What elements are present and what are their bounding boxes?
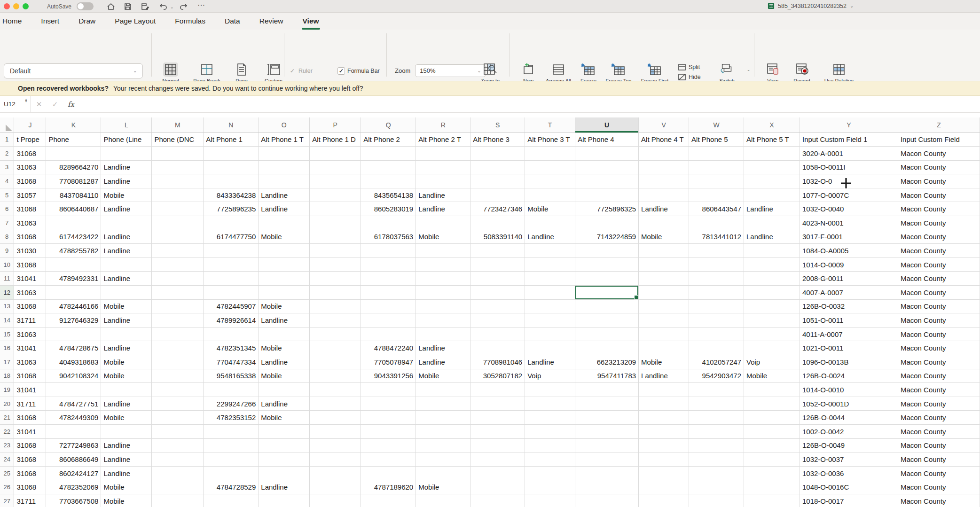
cell-V24[interactable] (639, 452, 689, 467)
cell-W7[interactable] (689, 216, 744, 230)
cell-R1[interactable]: Alt Phone 2 T (416, 133, 470, 147)
cell-K2[interactable] (46, 147, 101, 161)
cell-V22[interactable] (639, 424, 689, 438)
cell-O20[interactable]: Landline (259, 397, 310, 411)
cell-V5[interactable] (639, 188, 689, 202)
cell-Q1[interactable]: Alt Phone 2 (361, 133, 416, 147)
row-header-9[interactable]: 9 (0, 244, 14, 258)
cell-N24[interactable] (204, 452, 259, 467)
cell-W24[interactable] (689, 452, 744, 467)
cancel-icon[interactable]: ✕ (31, 100, 47, 109)
cell-N22[interactable] (204, 424, 259, 438)
cell-X3[interactable] (744, 160, 800, 174)
cell-N19[interactable] (204, 383, 259, 397)
cell-L26[interactable]: Mobile (101, 480, 152, 494)
column-header-S[interactable]: S (470, 117, 525, 133)
column-header-U[interactable]: U (575, 117, 639, 133)
cell-Z19[interactable]: Macon County (898, 383, 980, 397)
cell-O8[interactable]: Mobile (259, 230, 310, 244)
cell-S4[interactable] (470, 174, 525, 188)
document-title-badge[interactable]: 585_34381202410282352 ⌄ (768, 2, 854, 9)
cell-J11[interactable]: 31041 (14, 272, 46, 286)
cell-U21[interactable] (575, 411, 639, 425)
cell-W22[interactable] (689, 424, 744, 438)
cell-Z22[interactable]: Macon County (898, 424, 980, 438)
row-header-1[interactable]: 1 (0, 133, 14, 147)
row-header-6[interactable]: 6 (0, 202, 14, 216)
cell-X18[interactable]: Mobile (744, 369, 800, 383)
cell-J3[interactable]: 31063 (14, 160, 46, 174)
cell-S5[interactable] (470, 188, 525, 202)
cell-O16[interactable]: Mobile (259, 341, 310, 355)
cell-V1[interactable]: Alt Phone 4 T (639, 133, 689, 147)
cell-W5[interactable] (689, 188, 744, 202)
cell-W13[interactable] (689, 299, 744, 313)
cell-N18[interactable]: 9548165338 (204, 369, 259, 383)
cell-X20[interactable] (744, 397, 800, 411)
cell-Q17[interactable]: 7705078947 (361, 355, 416, 369)
cell-S23[interactable] (470, 438, 525, 452)
cell-Z1[interactable]: Input Custom Field (898, 133, 980, 147)
sheet-view-dropdown[interactable]: Default ⌄ (4, 63, 143, 78)
cell-T26[interactable] (525, 480, 575, 494)
cell-J23[interactable]: 31068 (14, 438, 46, 452)
cell-S16[interactable] (470, 341, 525, 355)
cell-Q8[interactable]: 6178037563 (361, 230, 416, 244)
column-header-R[interactable]: R (416, 117, 470, 133)
cell-M4[interactable] (152, 174, 204, 188)
cell-U7[interactable] (575, 216, 639, 230)
cell-P21[interactable] (310, 411, 361, 425)
row-header-22[interactable]: 22 (0, 424, 14, 438)
cell-Y7[interactable]: 4023-N-0001 (800, 216, 898, 230)
cell-P25[interactable] (310, 466, 361, 480)
cell-Z15[interactable]: Macon County (898, 327, 980, 341)
cell-P26[interactable] (310, 480, 361, 494)
column-header-N[interactable]: N (204, 117, 259, 133)
cell-N2[interactable] (204, 147, 259, 161)
cell-V7[interactable] (639, 216, 689, 230)
cell-X15[interactable] (744, 327, 800, 341)
cell-N20[interactable]: 2299247266 (204, 397, 259, 411)
cell-K20[interactable]: 4784727751 (46, 397, 101, 411)
cell-Y15[interactable]: 4011-A-0007 (800, 327, 898, 341)
column-header-Y[interactable]: Y (800, 117, 898, 133)
cell-K15[interactable] (46, 327, 101, 341)
cell-X19[interactable] (744, 383, 800, 397)
row-header-2[interactable]: 2 (0, 147, 14, 161)
undo-dropdown-chevron-icon[interactable]: ⌄ (170, 5, 174, 9)
cell-Z25[interactable]: Macon County (898, 466, 980, 480)
cell-K24[interactable]: 8606886649 (46, 452, 101, 467)
cell-T20[interactable] (525, 397, 575, 411)
cell-U11[interactable] (575, 272, 639, 286)
cell-Y6[interactable]: 1032-O-0040 (800, 202, 898, 216)
cell-M20[interactable] (152, 397, 204, 411)
cell-Z27[interactable]: Macon County (898, 494, 980, 507)
cell-U27[interactable] (575, 494, 639, 507)
cell-L11[interactable]: Landline (101, 272, 152, 286)
cell-Q7[interactable] (361, 216, 416, 230)
save-icon[interactable] (123, 2, 133, 11)
cell-S2[interactable] (470, 147, 525, 161)
cell-M9[interactable] (152, 244, 204, 258)
cell-R12[interactable] (416, 286, 470, 300)
cell-X17[interactable]: Voip (744, 355, 800, 369)
cell-Y1[interactable]: Input Custom Field 1 (800, 133, 898, 147)
cell-S12[interactable] (470, 286, 525, 300)
cell-Q4[interactable] (361, 174, 416, 188)
cell-U5[interactable] (575, 188, 639, 202)
cell-V18[interactable]: Landline (639, 369, 689, 383)
cell-M19[interactable] (152, 383, 204, 397)
cell-M15[interactable] (152, 327, 204, 341)
cell-Q10[interactable] (361, 257, 416, 272)
cell-V20[interactable] (639, 397, 689, 411)
cell-O9[interactable] (259, 244, 310, 258)
undo-icon[interactable] (159, 2, 168, 11)
cell-S17[interactable]: 7708981046 (470, 355, 525, 369)
cell-U22[interactable] (575, 424, 639, 438)
cell-V13[interactable] (639, 299, 689, 313)
cell-L5[interactable]: Mobile (101, 188, 152, 202)
cell-T22[interactable] (525, 424, 575, 438)
cell-Y27[interactable]: 1018-O-0017 (800, 494, 898, 507)
cell-Y8[interactable]: 3017-F-0001 (800, 230, 898, 244)
switch-windows-chevron-icon[interactable]: ⌄ (747, 67, 751, 72)
